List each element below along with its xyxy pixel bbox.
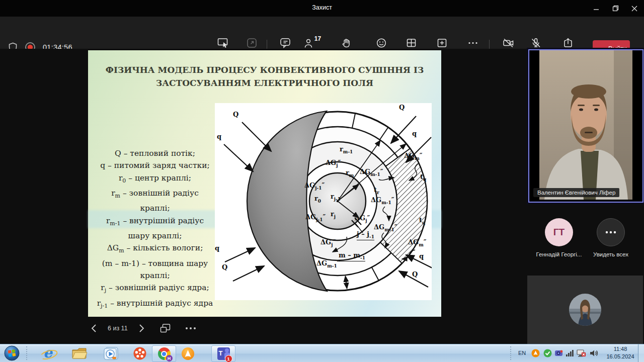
diagram-label: q [419, 253, 424, 259]
participants-count: 17 [314, 35, 321, 42]
taskbar-grip [26, 346, 29, 360]
diagram-label: ΔGm-1″ [374, 224, 397, 232]
restore-button[interactable] [606, 0, 625, 17]
diagram-label: tr [374, 187, 379, 195]
diagram-label: Q [412, 271, 418, 278]
participant-photo-avatar [569, 294, 601, 326]
apps-plus-icon [437, 38, 447, 48]
mic-off-icon [530, 38, 541, 48]
overflow-dots-icon [605, 231, 617, 234]
participant-initials: ГТ [553, 227, 565, 238]
network-error-tray-icon[interactable] [577, 349, 586, 359]
close-icon [631, 6, 637, 12]
diagram-label: ΔGm-1″ [371, 197, 394, 205]
diagram-label: rj [331, 211, 336, 219]
diagram-label: ΔGj″ [320, 239, 336, 247]
window-title: Захист [0, 4, 644, 11]
diagram-label: ΔGj-1″ [305, 214, 326, 222]
previous-slide-button[interactable] [91, 324, 97, 333]
speaker-video-tile[interactable]: Валентин Євгенійович Ліфер [528, 49, 643, 203]
chrome-profile-badge: H [166, 355, 173, 361]
raise-hand-icon [341, 38, 352, 48]
participant-video-tile[interactable] [527, 276, 643, 344]
close-button[interactable] [625, 0, 644, 17]
windows-taskbar: e H [0, 344, 644, 362]
signal-strength-tray-icon[interactable] [566, 349, 574, 359]
teams-icon: T 1 [217, 347, 230, 360]
diagram-label: ΔGj″ [355, 215, 370, 223]
diagram-label: q [215, 245, 219, 251]
antivirus-button[interactable] [181, 347, 195, 362]
windows-start-icon [4, 345, 20, 361]
status-ok-tray-icon[interactable] [543, 349, 552, 359]
diagram-label: r0 [314, 195, 321, 204]
media-player-icon [104, 346, 119, 360]
diagram-label: tq [420, 173, 426, 182]
see-all-button[interactable] [597, 218, 625, 246]
internet-explorer-icon: e [40, 346, 55, 361]
diagram-label: q [217, 133, 221, 140]
see-all-label: Увидеть всех [580, 251, 642, 257]
diagram-label: rj-1 [331, 193, 341, 202]
participants-icon [304, 38, 314, 48]
slide-more-options-button[interactable] [185, 327, 196, 330]
camera-off-icon [503, 38, 514, 48]
more-dots-icon [467, 38, 478, 48]
internet-explorer-button[interactable]: e [40, 346, 55, 361]
movie-app-button[interactable] [133, 346, 147, 362]
avast-tray-icon[interactable] [531, 349, 540, 359]
diagram-label: m – m-1 [339, 252, 365, 261]
language-indicator[interactable]: EN [518, 350, 526, 356]
start-button[interactable] [4, 345, 20, 362]
file-explorer-button[interactable] [71, 347, 88, 362]
screen-control-icon [217, 38, 229, 48]
droplet-model-diagram: Q q Q q ΔGm″ tq rm-1 ΔGj″ rm ΔGm-1″ ΔGj-… [215, 103, 432, 300]
show-desktop-button[interactable] [638, 344, 644, 362]
meeting-toolbar: 01:34:56 Управлять Контент Чат 17 Участн… [0, 17, 644, 49]
diagram-label: tq [419, 217, 425, 225]
restore-icon [612, 5, 619, 12]
diagram-label: ΔGm″ [408, 239, 427, 247]
teams-notification-badge: 1 [225, 355, 232, 362]
diagram-label: rm [346, 169, 354, 178]
diagram-label: j – j-1 [357, 231, 374, 240]
droplet-diagram-drawing [215, 103, 432, 300]
minimize-button[interactable] [587, 0, 606, 17]
presenter-view-button[interactable] [160, 323, 171, 333]
next-slide-button[interactable] [139, 324, 145, 333]
diagram-label: Q [222, 264, 227, 270]
slide-navigation: 6 из 11 [91, 320, 196, 336]
avast-icon [181, 347, 195, 360]
taskbar-clock[interactable]: 11:48 16.05.2024 [603, 345, 638, 360]
presentation-slide: ФІЗИЧНА МОДЕЛЬ ПРОЦЕСУ КОНВЕКТИВНОГО СУШ… [88, 50, 441, 317]
chat-icon [280, 38, 291, 48]
media-player-button[interactable] [104, 346, 119, 362]
diagram-label: ΔGm″ [404, 152, 423, 161]
speaker-portrait [539, 50, 632, 200]
meeting-stage: ФІЗИЧНА МОДЕЛЬ ПРОЦЕСУ КОНВЕКТИВНОГО СУШ… [0, 49, 644, 344]
content-popout-icon [247, 38, 257, 48]
folder-icon [71, 347, 88, 360]
speaker-video [539, 50, 632, 200]
webcam-tray-icon[interactable] [554, 349, 564, 359]
diagram-label: q [412, 130, 417, 137]
slide-page-indicator: 6 из 11 [108, 325, 128, 332]
smiley-icon [376, 38, 387, 48]
participant-avatar[interactable]: ГТ [545, 218, 573, 246]
diagram-label: rm-1 [340, 146, 353, 154]
diagram-label: ΔGm-1″ [316, 260, 340, 268]
clock-time: 11:48 [603, 345, 638, 353]
diagram-label: ΔGj″ [326, 159, 341, 168]
diagram-label: Q [399, 104, 405, 111]
chrome-icon: H [158, 347, 171, 360]
volume-tray-icon[interactable] [590, 349, 599, 359]
chrome-button[interactable]: H [152, 345, 176, 362]
diagram-label: Q [233, 111, 238, 118]
clock-date: 16.05.2024 [603, 353, 638, 360]
movie-reel-icon [133, 346, 147, 360]
tray-grip [510, 346, 513, 360]
share-icon [562, 38, 574, 48]
minimize-icon [593, 6, 599, 12]
teams-button[interactable]: T 1 [211, 345, 235, 362]
slide-legend: Q – тепловий потік; q – питомий заряд ча… [92, 147, 218, 312]
